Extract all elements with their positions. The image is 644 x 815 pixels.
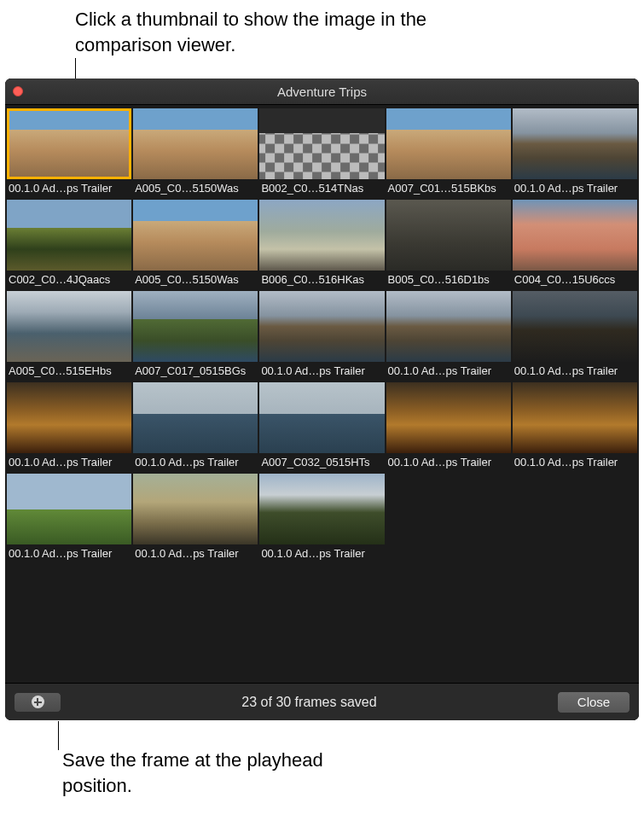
thumbnail-label: 00.1.0 Ad…ps Trailer (133, 453, 258, 472)
window-title: Adventure Trips (5, 84, 639, 99)
thumbnail-label: 00.1.0 Ad…ps Trailer (7, 179, 131, 198)
thumbnail-image (513, 382, 637, 453)
thumbnail-image (513, 108, 637, 179)
thumbnail-label: 00.1.0 Ad…ps Trailer (7, 453, 131, 472)
thumbnail-label: C004_C0…15U6ccs (513, 271, 637, 289)
thumbnail-label: 00.1.0 Ad…ps Trailer (259, 362, 384, 381)
thumbnail-label: 00.1.0 Ad…ps Trailer (513, 179, 637, 198)
thumbnail-image (133, 474, 258, 544)
thumbnail[interactable]: A005_C0…5150Was (133, 108, 258, 198)
thumbnail-image (133, 200, 258, 271)
thumbnail-grid-area: 00.1.0 Ad…ps TrailerA005_C0…5150WasB002_… (5, 105, 639, 683)
thumbnail-label: B006_C0…516HKas (259, 271, 384, 289)
thumbnail-image (386, 200, 511, 271)
thumbnail-image (386, 291, 511, 362)
traffic-lights (13, 86, 23, 96)
thumbnail[interactable]: 00.1.0 Ad…ps Trailer (7, 382, 131, 472)
thumbnail-image (513, 200, 637, 271)
callout-bottom: Save the frame at the playhead position. (62, 748, 335, 798)
thumbnail-label: A005_C0…5150Was (133, 271, 258, 289)
thumbnail-image (386, 382, 511, 453)
thumbnail-label: 00.1.0 Ad…ps Trailer (386, 362, 511, 381)
thumbnail-label: A007_C01…515BKbs (386, 179, 511, 198)
thumbnail-label: B002_C0…514TNas (259, 179, 384, 198)
thumbnail-image (7, 200, 131, 271)
thumbnail-label: 00.1.0 Ad…ps Trailer (259, 544, 384, 563)
thumbnail-image (259, 200, 384, 271)
thumbnail-label: B005_C0…516D1bs (386, 271, 511, 289)
thumbnail[interactable]: C004_C0…15U6ccs (513, 200, 637, 289)
thumbnail[interactable]: 00.1.0 Ad…ps Trailer (133, 474, 258, 563)
thumbnail[interactable]: 00.1.0 Ad…ps Trailer (7, 108, 131, 198)
thumbnail-image (133, 291, 258, 362)
thumbnail[interactable]: 00.1.0 Ad…ps Trailer (513, 291, 637, 381)
thumbnail[interactable]: 00.1.0 Ad…ps Trailer (513, 108, 637, 198)
callout-line-bottom (58, 721, 59, 750)
thumbnail-image (133, 108, 258, 179)
thumbnail-image (259, 291, 384, 362)
thumbnail[interactable]: B005_C0…516D1bs (386, 200, 511, 289)
thumbnail[interactable]: A005_C0…5150Was (133, 200, 258, 289)
thumbnail-label: 00.1.0 Ad…ps Trailer (7, 544, 131, 563)
titlebar: Adventure Trips (5, 79, 639, 105)
thumbnail-label: 00.1.0 Ad…ps Trailer (386, 453, 511, 472)
callout-top: Click a thumbnail to show the image in t… (75, 7, 433, 57)
thumbnail[interactable]: B006_C0…516HKas (259, 200, 384, 289)
thumbnail[interactable]: A005_C0…515EHbs (7, 291, 131, 381)
thumbnail-image (259, 108, 384, 179)
thumbnail-image (7, 108, 131, 179)
thumbnail-image (259, 474, 384, 544)
thumbnail-image (259, 382, 384, 453)
thumbnail-image (386, 108, 511, 179)
thumbnail-grid: 00.1.0 Ad…ps TrailerA005_C0…5150WasB002_… (7, 108, 637, 563)
thumbnail[interactable]: 00.1.0 Ad…ps Trailer (7, 474, 131, 563)
thumbnail-label: 00.1.0 Ad…ps Trailer (133, 544, 258, 563)
thumbnail[interactable]: 00.1.0 Ad…ps Trailer (133, 382, 258, 472)
plus-icon (32, 696, 44, 708)
close-button[interactable]: Close (557, 691, 630, 713)
thumbnail[interactable]: A007_C032_0515HTs (259, 382, 384, 472)
thumbnail-image (7, 291, 131, 362)
thumbnail-label: C002_C0…4JQaacs (7, 271, 131, 289)
thumbnail[interactable]: 00.1.0 Ad…ps Trailer (513, 382, 637, 472)
frames-status: 23 of 30 frames saved (72, 695, 547, 710)
thumbnail-label: A007_C032_0515HTs (259, 453, 384, 472)
thumbnail[interactable]: B002_C0…514TNas (259, 108, 384, 198)
thumbnail[interactable]: 00.1.0 Ad…ps Trailer (259, 291, 384, 381)
frames-window: Adventure Trips 00.1.0 Ad…ps TrailerA005… (5, 79, 639, 720)
thumbnail-label: A007_C017_0515BGs (133, 362, 258, 381)
thumbnail[interactable]: A007_C017_0515BGs (133, 291, 258, 381)
thumbnail-image (7, 382, 131, 453)
bottom-bar: 23 of 30 frames saved Close (5, 683, 639, 720)
thumbnail-image (513, 291, 637, 362)
window-close-button[interactable] (13, 86, 23, 96)
thumbnail-label: 00.1.0 Ad…ps Trailer (513, 453, 637, 472)
thumbnail-label: 00.1.0 Ad…ps Trailer (513, 362, 637, 381)
thumbnail-label: A005_C0…5150Was (133, 179, 258, 198)
thumbnail-label: A005_C0…515EHbs (7, 362, 131, 381)
thumbnail[interactable]: A007_C01…515BKbs (386, 108, 511, 198)
add-frame-button[interactable] (14, 692, 61, 713)
thumbnail[interactable]: 00.1.0 Ad…ps Trailer (386, 382, 511, 472)
thumbnail[interactable]: C002_C0…4JQaacs (7, 200, 131, 289)
thumbnail-image (7, 474, 131, 544)
thumbnail-image (133, 382, 258, 453)
thumbnail[interactable]: 00.1.0 Ad…ps Trailer (259, 474, 384, 563)
thumbnail[interactable]: 00.1.0 Ad…ps Trailer (386, 291, 511, 381)
